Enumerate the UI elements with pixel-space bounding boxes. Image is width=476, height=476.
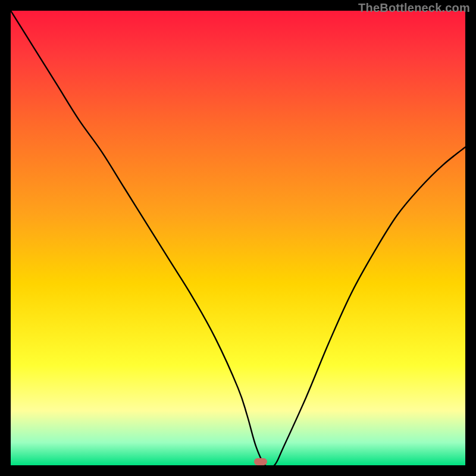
bottleneck-curve — [11, 11, 465, 465]
watermark-text: TheBottleneck.com — [358, 1, 470, 15]
chart-plot-area — [11, 11, 465, 465]
optimal-marker — [254, 458, 267, 465]
chart-frame: TheBottleneck.com — [0, 0, 476, 476]
